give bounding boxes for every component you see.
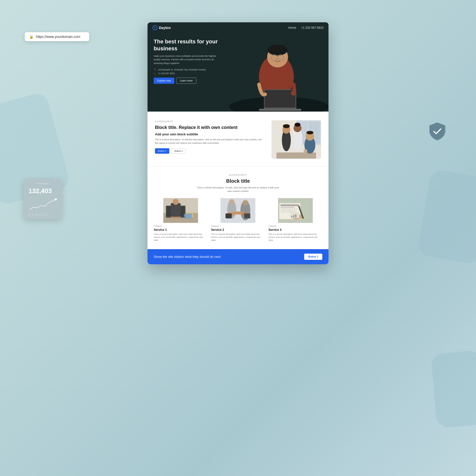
chart-dots xyxy=(29,214,57,216)
services-title: Block title xyxy=(154,178,322,184)
svg-rect-60 xyxy=(295,214,296,217)
nav-home[interactable]: Home xyxy=(288,26,296,30)
card-handle xyxy=(37,183,49,184)
hero-nav: D Dayton Home +1 234 567 8910 xyxy=(148,22,328,33)
block-section-container: SUPERSCRIPT Block title. Replace it with… xyxy=(148,112,328,166)
svg-rect-26 xyxy=(304,149,307,153)
url-text: https://www.yourdomain.com xyxy=(36,35,80,39)
brand: D Dayton xyxy=(152,25,171,30)
location-icon: 📍 xyxy=(154,68,156,71)
hero-phone: 📞 +1 234 567 8910 xyxy=(154,72,221,75)
block-button-1[interactable]: Button 1 xyxy=(155,148,169,154)
block-subtitle: Add your own block subtitle xyxy=(155,132,264,136)
service-2-description: This is a service description. Add more … xyxy=(211,233,265,242)
service-1-title: Service 1 xyxy=(154,228,208,232)
brand-name: Dayton xyxy=(159,26,171,30)
hero-address: 📍 1st Example st., Example City, Example… xyxy=(154,68,221,71)
block-section: SUPERSCRIPT Block title. Replace it with… xyxy=(155,120,321,159)
hero-background xyxy=(229,22,329,112)
service-1-category: Category xyxy=(154,225,208,227)
svg-rect-25 xyxy=(276,152,316,159)
explore-now-button[interactable]: Explore now xyxy=(154,78,174,84)
hero-title: The best results for your business xyxy=(154,38,221,52)
svg-point-40 xyxy=(242,200,248,206)
svg-rect-59 xyxy=(293,215,294,217)
stat-number: 132,403 xyxy=(29,187,57,195)
block-description: This is a block description. To edit thi… xyxy=(155,138,264,145)
svg-point-5 xyxy=(268,45,287,56)
block-superscript: SUPERSCRIPT xyxy=(155,120,264,123)
block-title: Block title. Replace it with own content xyxy=(155,125,264,130)
lock-icon: 🔒 xyxy=(29,35,33,39)
mini-chart xyxy=(29,197,57,212)
brand-icon: D xyxy=(152,25,157,30)
bg-decoration-bottom xyxy=(431,350,476,428)
svg-rect-53 xyxy=(280,212,297,212)
cta-text: Show the site visitors what they should … xyxy=(154,255,221,259)
svg-rect-51 xyxy=(280,209,298,209)
url-bar: 🔒 https://www.yourdomain.com xyxy=(25,32,89,41)
service-2-title: Service 2 xyxy=(211,228,265,232)
bg-decoration-right xyxy=(417,169,476,265)
services-grid: Category Service 1 This is a service des… xyxy=(154,198,322,242)
service-2-category: Category xyxy=(211,225,265,227)
service-1-description: This is a service description. Add more … xyxy=(154,233,208,242)
cta-button[interactable]: Button 1 xyxy=(304,254,322,260)
services-section: SUPERSCRIPT Block title This is a block … xyxy=(148,166,328,249)
svg-rect-58 xyxy=(291,216,292,217)
service-3-category: Category xyxy=(268,225,322,227)
stats-card: 132,403 xyxy=(24,178,62,219)
service-3-description: This is a service description. Add more … xyxy=(268,233,322,242)
svg-rect-45 xyxy=(226,213,232,218)
service-image-3 xyxy=(268,198,322,223)
learn-more-button[interactable]: Learn more xyxy=(176,78,196,84)
svg-point-21 xyxy=(295,123,300,127)
services-description: This is a block description. To edit, cl… xyxy=(196,186,280,193)
block-button-2[interactable]: Button 2 xyxy=(171,148,186,154)
services-superscript: SUPERSCRIPT xyxy=(154,174,322,176)
svg-rect-33 xyxy=(171,203,181,217)
shield-badge xyxy=(428,121,446,141)
service-3-title: Service 3 xyxy=(268,228,322,232)
svg-point-18 xyxy=(283,124,290,128)
svg-rect-11 xyxy=(259,109,301,111)
block-text: SUPERSCRIPT Block title. Replace it with… xyxy=(155,120,264,154)
block-image xyxy=(271,120,321,159)
svg-point-0 xyxy=(55,198,57,200)
service-image-1 xyxy=(154,198,208,223)
svg-point-42 xyxy=(229,199,235,204)
nav-links: Home +1 234 567 8910 xyxy=(288,26,324,30)
svg-rect-36 xyxy=(184,213,192,218)
hero-buttons: Explore now Learn more xyxy=(154,78,221,84)
service-card-3: Category Service 3 This is a service des… xyxy=(268,198,322,242)
cta-banner: Show the site visitors what they should … xyxy=(148,249,328,264)
svg-point-24 xyxy=(306,131,313,134)
meeting-visual xyxy=(271,120,321,159)
hero-section: D Dayton Home +1 234 567 8910 The best r… xyxy=(148,22,328,112)
phone-icon: 📞 xyxy=(154,72,156,75)
browser-window: D Dayton Home +1 234 567 8910 The best r… xyxy=(148,22,328,264)
svg-rect-52 xyxy=(280,210,295,211)
service-image-2 xyxy=(211,198,265,223)
hero-info: 📍 1st Example st., Example City, Example… xyxy=(154,68,221,75)
service-card-1: Category Service 1 This is a service des… xyxy=(154,198,208,242)
hero-content: The best results for your business Make … xyxy=(148,33,227,89)
hero-description: Make your business more profitable and p… xyxy=(154,54,221,65)
block-buttons: Button 1 Button 2 xyxy=(155,148,264,154)
nav-phone: +1 234 567 8910 xyxy=(301,26,324,30)
svg-rect-46 xyxy=(244,213,250,218)
svg-rect-50 xyxy=(280,207,294,208)
svg-rect-49 xyxy=(280,204,299,206)
svg-point-34 xyxy=(173,199,179,205)
service-card-2: Category Service 2 This is a service des… xyxy=(211,198,265,242)
